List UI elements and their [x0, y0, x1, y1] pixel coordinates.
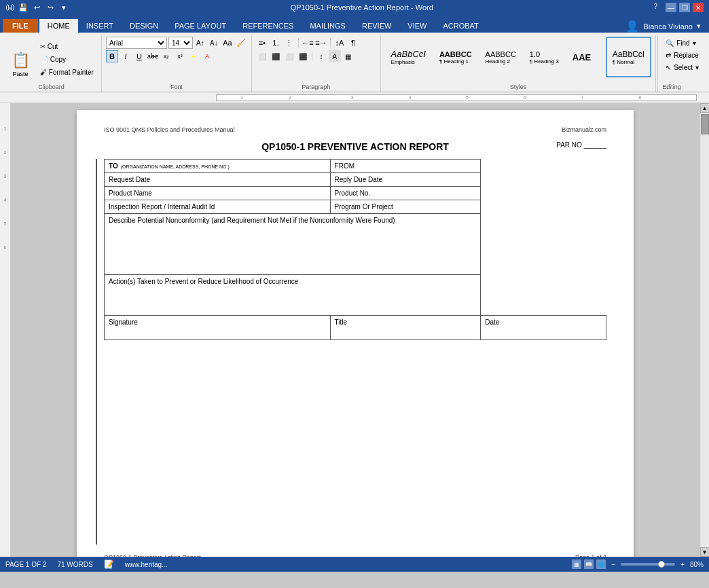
product-name-label: Product Name	[109, 189, 152, 197]
vertical-ruler: 1 2 3 4 5 6	[0, 103, 11, 557]
close-button[interactable]: ✕	[693, 3, 704, 12]
nonconformity-cell: Describe Potential Nonconformity (and Re…	[105, 214, 481, 275]
shading-button[interactable]: A	[329, 50, 341, 62]
quick-access-more[interactable]: ▾	[58, 1, 70, 14]
increase-indent-button[interactable]: ≡→	[315, 37, 327, 49]
align-center-button[interactable]: ⬛	[270, 50, 282, 62]
format-painter-button[interactable]: 🖌 Format Painter	[37, 67, 97, 79]
tab-view[interactable]: VIEW	[399, 19, 435, 33]
to-sublabel: (ORGANIZATION NAME, ADDRESS, PHONE NO.)	[121, 164, 230, 169]
right-scrollbar[interactable]: ▲ ▼	[699, 103, 709, 557]
product-no-cell: Product No.	[330, 187, 481, 200]
view-icons: ▦ 📖 🌐	[572, 559, 606, 569]
read-mode-icon[interactable]: 📖	[584, 559, 594, 569]
product-name-cell: Product Name	[105, 187, 331, 200]
tab-file[interactable]: FILE	[3, 19, 38, 33]
paste-button[interactable]: 📋 Paste	[5, 40, 35, 79]
change-case-button[interactable]: Aa	[221, 37, 234, 49]
justify-button[interactable]: ⬛	[297, 50, 309, 62]
tab-home[interactable]: HOME	[39, 19, 78, 33]
replace-button[interactable]: ⇄ Replace	[662, 49, 702, 61]
scroll-track[interactable]	[701, 113, 709, 547]
tab-page-layout[interactable]: PAGE LAYOUT	[166, 19, 234, 33]
clipboard-label: Clipboard	[5, 82, 97, 90]
align-left-button[interactable]: ⬜	[256, 50, 268, 62]
zoom-out-button[interactable]: −	[611, 561, 615, 568]
tab-references[interactable]: REFERENCES	[234, 19, 302, 33]
style-emphasis[interactable]: AaBbCcI Emphasis	[385, 37, 432, 77]
tab-design[interactable]: DESIGN	[122, 19, 166, 33]
multilevel-button[interactable]: ⋮	[283, 37, 295, 49]
text-highlight-button[interactable]: A	[187, 50, 200, 62]
styles-group: AaBbCcI Emphasis AABBCC ¶ Heading 1 AABB…	[382, 35, 657, 92]
tab-acrobat[interactable]: ACROBAT	[435, 19, 486, 33]
superscript-button[interactable]: x²	[174, 50, 186, 62]
find-button[interactable]: 🔍 Find ▾	[662, 37, 702, 49]
redo-icon[interactable]: ↪	[44, 1, 56, 14]
scroll-thumb[interactable]	[701, 114, 709, 134]
italic-button[interactable]: I	[120, 50, 132, 62]
sort-button[interactable]: ↕A	[333, 37, 346, 49]
zoom-thumb[interactable]	[658, 561, 665, 568]
tab-insert[interactable]: INSERT	[78, 19, 122, 33]
table-row-6: Action(s) Taken to Prevent or Reduce Lik…	[105, 275, 606, 316]
footer-right: Page 1 of 2	[575, 554, 606, 557]
bullets-button[interactable]: ≡•	[256, 37, 268, 49]
select-button[interactable]: ↖ Select ▾	[662, 61, 702, 73]
style-heading2[interactable]: AABBCC Heading 2	[479, 37, 522, 77]
style-aae[interactable]: AAE	[566, 37, 604, 77]
underline-button[interactable]: U	[133, 50, 145, 62]
title-bar-left: 🄦 💾 ↩ ↪ ▾	[5, 1, 70, 14]
style-heading1[interactable]: AABBCC ¶ Heading 1	[433, 37, 478, 77]
decrease-indent-button[interactable]: ←≡	[302, 37, 314, 49]
shrink-font-button[interactable]: A↓	[208, 37, 220, 49]
document-page: ISO 9001 QMS Policies and Procedures Man…	[77, 110, 634, 557]
font-color-button[interactable]: A	[201, 50, 213, 62]
numbering-button[interactable]: 1.	[270, 37, 282, 49]
zoom-in-button[interactable]: +	[680, 561, 685, 568]
scroll-up-button[interactable]: ▲	[700, 103, 710, 113]
bold-button[interactable]: B	[106, 50, 118, 62]
undo-icon[interactable]: ↩	[31, 1, 43, 14]
save-icon[interactable]: 💾	[17, 1, 29, 14]
border-button[interactable]: ▦	[342, 50, 354, 62]
subscript-button[interactable]: x₂	[160, 50, 172, 62]
font-name-select[interactable]: Arial	[106, 37, 167, 49]
restore-button[interactable]: ❐	[679, 3, 690, 12]
minimize-button[interactable]: —	[666, 3, 676, 12]
copy-button[interactable]: 📄 Copy	[37, 54, 97, 66]
cut-button[interactable]: ✂ Cut	[37, 41, 97, 53]
font-label: Font	[106, 82, 247, 90]
request-date-label: Request Date	[109, 176, 150, 183]
scroll-down-button[interactable]: ▼	[700, 547, 710, 557]
font-size-select[interactable]: 14	[168, 37, 193, 49]
editing-label: Editing	[662, 82, 702, 90]
tab-mailings[interactable]: MAILINGS	[302, 19, 354, 33]
header-left: ISO 9001 QMS Policies and Procedures Man…	[104, 126, 235, 133]
paste-icon: 📋	[12, 52, 30, 69]
word-count: 71 WORDS	[57, 561, 92, 568]
nonconformity-label: Describe Potential Nonconformity (and Re…	[109, 217, 395, 224]
style-normal[interactable]: AaBbCcI ¶ Normal	[606, 37, 651, 77]
line-spacing-button[interactable]: ↕	[315, 50, 327, 62]
strikethrough-button[interactable]: ab̶c̶	[147, 50, 159, 62]
print-layout-icon[interactable]: ▦	[572, 559, 581, 569]
show-hide-button[interactable]: ¶	[347, 37, 359, 49]
grow-font-button[interactable]: A↑	[194, 37, 206, 49]
table-row-2: Request Date Reply Due Date	[105, 173, 606, 187]
page-title-row: QP1050-1 PREVENTIVE ACTION REPORT PAR NO…	[104, 141, 606, 152]
signature-label: Signature	[109, 318, 138, 326]
web-view-icon[interactable]: 🌐	[596, 559, 606, 569]
actions-label: Action(s) Taken to Prevent or Reduce Lik…	[109, 278, 298, 285]
ribbon-tabs: FILE HOME INSERT DESIGN PAGE LAYOUT REFE…	[0, 15, 709, 33]
style-heading3[interactable]: 1.0 ¶ Heading 3	[524, 37, 565, 77]
zoom-slider[interactable]	[621, 563, 675, 566]
signature-cell: Signature	[105, 316, 331, 340]
styles-label: Styles	[385, 82, 652, 90]
clipboard-group: 📋 Paste ✂ Cut 📄 Copy 🖌 Format Painter Cl…	[3, 35, 102, 92]
help-icon[interactable]: ?	[653, 3, 657, 12]
margin-marker	[96, 159, 97, 545]
tab-review[interactable]: REVIEW	[354, 19, 399, 33]
align-right-button[interactable]: ⬜	[283, 50, 295, 62]
clear-format-button[interactable]: 🧹	[235, 37, 247, 49]
